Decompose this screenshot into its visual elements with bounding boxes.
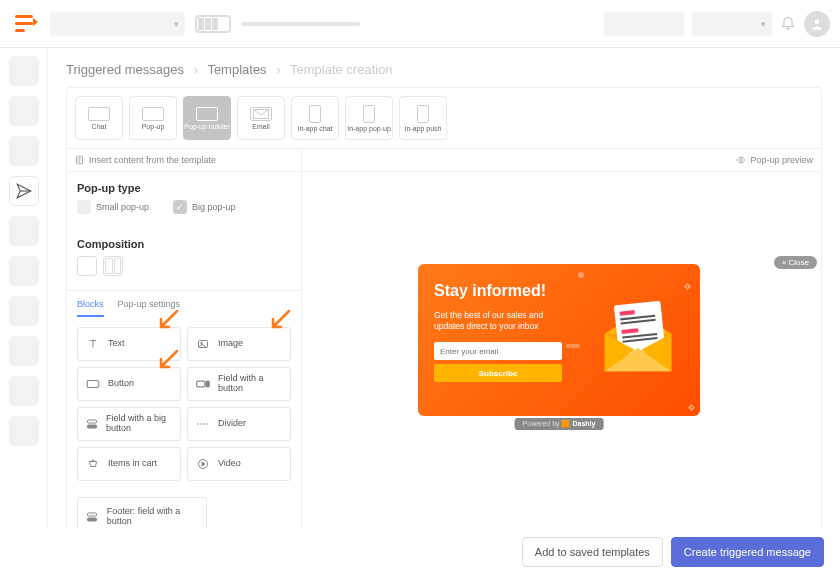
cart-icon xyxy=(86,457,100,471)
svg-rect-12 xyxy=(88,425,97,428)
rail-item[interactable] xyxy=(9,136,39,166)
svg-rect-11 xyxy=(88,420,97,423)
powered-by[interactable]: Powered by 🟧 Dashly xyxy=(515,418,604,430)
radio-big-popup[interactable]: ✓Big pop-up xyxy=(173,200,236,214)
block-image[interactable]: Image xyxy=(187,327,291,361)
builder-card: Chat Pop-up Pop-up builder Email In-app … xyxy=(66,87,822,548)
app-logo xyxy=(10,9,40,39)
block-text[interactable]: Text xyxy=(77,327,181,361)
topbar-ph-1[interactable] xyxy=(604,12,684,36)
composition-split[interactable] xyxy=(103,256,123,276)
rail-item[interactable] xyxy=(9,56,39,86)
footer-icon xyxy=(86,510,99,524)
insert-content-link[interactable]: Insert content from the template xyxy=(67,149,301,172)
save-template-button[interactable]: Add to saved templates xyxy=(522,537,663,567)
svg-rect-9 xyxy=(197,381,205,387)
button-icon xyxy=(86,377,100,391)
radio-small-popup[interactable]: Small pop-up xyxy=(77,200,149,214)
image-icon xyxy=(196,337,210,351)
usage-indicator xyxy=(195,15,231,33)
popup-subscribe-button[interactable]: Subscribe xyxy=(434,364,562,382)
svg-point-3 xyxy=(815,19,820,24)
eye-icon xyxy=(736,155,746,165)
svg-rect-8 xyxy=(87,381,99,388)
rail-item[interactable] xyxy=(9,256,39,286)
tab-popup-settings[interactable]: Pop-up settings xyxy=(118,299,181,317)
footer-actions: Add to saved templates Create triggered … xyxy=(0,529,840,575)
bell-icon[interactable] xyxy=(780,14,796,34)
block-items-in-cart[interactable]: Items in cart xyxy=(77,447,181,481)
envelope-illustration xyxy=(588,288,688,388)
preview-label-row: Pop-up preview xyxy=(302,149,821,172)
channel-popup-builder[interactable]: Pop-up builder xyxy=(183,96,231,140)
field-big-button-icon xyxy=(86,417,98,431)
rail-item[interactable] xyxy=(9,376,39,406)
workspace-dropdown[interactable] xyxy=(50,12,185,36)
avatar[interactable] xyxy=(804,11,830,37)
video-icon xyxy=(196,457,210,471)
svg-rect-15 xyxy=(88,518,97,521)
breadcrumb: Triggered messages › Templates › Templat… xyxy=(48,48,840,87)
divider-icon xyxy=(196,417,210,431)
text-icon xyxy=(86,337,100,351)
tab-blocks[interactable]: Blocks xyxy=(77,299,104,317)
topbar xyxy=(0,0,840,48)
svg-point-16 xyxy=(740,159,743,162)
breadcrumb-templates[interactable]: Templates xyxy=(207,62,266,77)
create-triggered-button[interactable]: Create triggered message xyxy=(671,537,824,567)
rail-item[interactable] xyxy=(9,336,39,366)
svg-rect-2 xyxy=(15,29,25,32)
svg-rect-1 xyxy=(15,22,33,25)
block-field-button[interactable]: Field with a button xyxy=(187,367,291,401)
breadcrumb-triggered[interactable]: Triggered messages xyxy=(66,62,184,77)
rail-item[interactable] xyxy=(9,96,39,126)
svg-rect-10 xyxy=(206,381,209,387)
block-button[interactable]: Button xyxy=(77,367,181,401)
composition-title: Composition xyxy=(67,228,301,256)
block-video[interactable]: Video xyxy=(187,447,291,481)
svg-rect-0 xyxy=(15,15,33,18)
breadcrumb-current: Template creation xyxy=(290,62,393,77)
channel-inapp-push[interactable]: In-app push xyxy=(399,96,447,140)
block-field-big-button[interactable]: Field with a big button xyxy=(77,407,181,441)
channel-picker: Chat Pop-up Pop-up builder Email In-app … xyxy=(67,88,821,149)
channel-inapp-chat[interactable]: In-app chat xyxy=(291,96,339,140)
rail-item[interactable] xyxy=(9,296,39,326)
popup-preview: Stay informed! Get the best of our sales… xyxy=(418,264,700,416)
placeholder-line xyxy=(241,22,361,26)
svg-rect-14 xyxy=(88,513,97,516)
popup-email-input[interactable] xyxy=(434,342,562,360)
block-divider[interactable]: Divider xyxy=(187,407,291,441)
rail-item[interactable] xyxy=(9,216,39,246)
popup-body: Get the best of our sales and updates di… xyxy=(434,310,564,332)
rail-item-triggered[interactable] xyxy=(9,176,39,206)
side-rail xyxy=(0,48,48,575)
topbar-dropdown[interactable] xyxy=(692,12,772,36)
channel-email[interactable]: Email xyxy=(237,96,285,140)
popup-type-title: Pop-up type xyxy=(67,172,301,200)
channel-chat[interactable]: Chat xyxy=(75,96,123,140)
field-button-icon xyxy=(196,377,210,391)
composition-single[interactable] xyxy=(77,256,97,276)
channel-popup[interactable]: Pop-up xyxy=(129,96,177,140)
channel-inapp-popup[interactable]: In-app pop-up xyxy=(345,96,393,140)
rail-item[interactable] xyxy=(9,416,39,446)
popup-close[interactable]: × Close xyxy=(774,256,817,269)
